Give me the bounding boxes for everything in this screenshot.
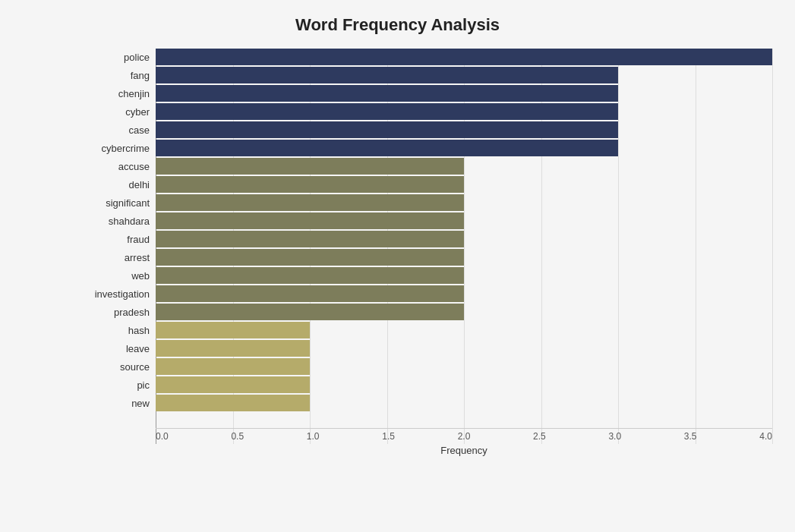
x-axis-line: [156, 428, 772, 429]
x-tick: 1.0: [307, 431, 320, 442]
bar-row: web: [156, 267, 772, 284]
bar-track: [156, 85, 772, 102]
grid-line: [772, 49, 773, 444]
bar-row: chenjin: [156, 85, 772, 102]
bar-fill: [156, 85, 618, 102]
bar-fill: [156, 140, 618, 156]
x-tick: 2.0: [458, 431, 471, 442]
bar-label: delhi: [84, 179, 156, 190]
bar-fill: [156, 212, 464, 229]
bar-label: new: [84, 398, 156, 409]
bar-label: arrest: [84, 252, 156, 263]
bar-track: [156, 304, 772, 320]
x-tick: 2.5: [533, 431, 546, 442]
bar-track: [156, 212, 772, 229]
bar-label: cyber: [84, 106, 156, 118]
bar-fill: [156, 285, 464, 302]
bar-fill: [156, 158, 464, 175]
bar-label: source: [84, 361, 156, 373]
bar-label: fang: [84, 70, 156, 81]
bar-row: source: [156, 358, 772, 375]
bar-fill: [156, 231, 464, 247]
bar-row: significant: [156, 194, 772, 211]
bar-label: accuse: [84, 161, 156, 172]
bar-row: cybercrime: [156, 140, 772, 156]
bar-track: [156, 231, 772, 247]
bar-row: arrest: [156, 249, 772, 266]
bar-track: [156, 158, 772, 175]
bar-fill: [156, 322, 310, 338]
bar-track: [156, 358, 772, 375]
bar-label: pradesh: [84, 307, 156, 318]
bar-track: [156, 376, 772, 393]
bar-label: shahdara: [84, 216, 156, 227]
x-tick: 1.5: [382, 431, 395, 442]
bar-row: cyber: [156, 103, 772, 120]
bars-container: policefangchenjincybercasecybercrimeaccu…: [156, 49, 772, 413]
x-tick: 4.0: [759, 431, 772, 442]
bar-label: fraud: [84, 234, 156, 245]
bar-fill: [156, 395, 310, 411]
bar-fill: [156, 304, 464, 320]
bar-row: police: [156, 49, 772, 65]
bar-fill: [156, 121, 618, 138]
bar-row: fang: [156, 67, 772, 83]
bar-track: [156, 67, 772, 83]
bar-label: significant: [84, 197, 156, 209]
bar-row: new: [156, 395, 772, 411]
x-ticks: 0.00.51.01.52.02.53.03.54.0: [156, 431, 772, 442]
x-tick: 0.5: [231, 431, 244, 442]
x-axis-label: Frequency: [156, 445, 772, 456]
bar-fill: [156, 49, 772, 65]
bar-fill: [156, 249, 464, 266]
bar-fill: [156, 376, 310, 393]
chart-container: Word Frequency Analysis policefangchenji…: [0, 0, 795, 532]
bar-fill: [156, 103, 618, 120]
bar-label: leave: [84, 343, 156, 354]
bar-track: [156, 249, 772, 266]
bar-label: web: [84, 270, 156, 282]
chart-title: Word Frequency Analysis: [23, 15, 772, 35]
bar-row: fraud: [156, 231, 772, 247]
bar-label: hash: [84, 325, 156, 336]
bar-track: [156, 340, 772, 357]
bar-label: chenjin: [84, 88, 156, 99]
bar-track: [156, 49, 772, 65]
bar-track: [156, 267, 772, 284]
bar-row: accuse: [156, 158, 772, 175]
bar-track: [156, 285, 772, 302]
bar-track: [156, 140, 772, 156]
bar-row: leave: [156, 340, 772, 357]
bar-fill: [156, 267, 464, 284]
bar-row: hash: [156, 322, 772, 338]
bar-fill: [156, 340, 310, 357]
bar-track: [156, 176, 772, 193]
bar-fill: [156, 358, 310, 375]
bar-row: shahdara: [156, 212, 772, 229]
bar-label: pic: [84, 379, 156, 391]
x-tick: 3.0: [608, 431, 621, 442]
bar-row: delhi: [156, 176, 772, 193]
bar-fill: [156, 67, 618, 83]
bar-fill: [156, 194, 464, 211]
bar-row: pic: [156, 376, 772, 393]
x-axis: 0.00.51.01.52.02.53.03.54.0 Frequency: [156, 428, 772, 462]
x-tick: 3.5: [684, 431, 697, 442]
bar-track: [156, 121, 772, 138]
bar-track: [156, 395, 772, 411]
bar-row: investigation: [156, 285, 772, 302]
bar-label: investigation: [84, 288, 156, 300]
bar-label: cybercrime: [84, 143, 156, 154]
bar-row: pradesh: [156, 304, 772, 320]
bar-track: [156, 103, 772, 120]
bar-track: [156, 194, 772, 211]
bar-row: case: [156, 121, 772, 138]
bar-label: case: [84, 124, 156, 136]
x-tick: 0.0: [156, 431, 169, 442]
bar-label: police: [84, 52, 156, 63]
bar-track: [156, 322, 772, 338]
bar-fill: [156, 176, 464, 193]
